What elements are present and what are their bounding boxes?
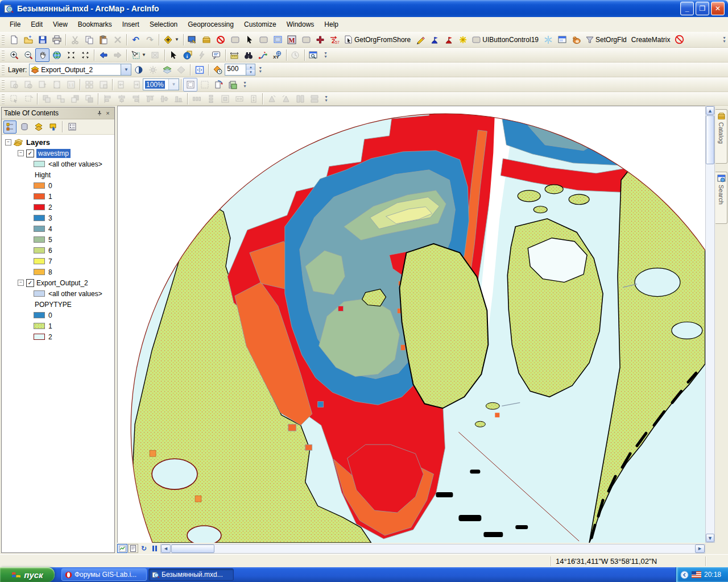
menu-edit[interactable]: Edit	[26, 19, 48, 30]
toc-legend-row[interactable]: 1	[2, 321, 114, 331]
flicker-tool-button[interactable]	[210, 63, 225, 77]
toolbar-grip[interactable]	[2, 35, 5, 45]
toc-legend-row[interactable]: 2	[2, 331, 114, 342]
custom-blank-button-3[interactable]	[299, 33, 313, 47]
pencil-tool-button[interactable]	[413, 33, 427, 47]
legend-swatch[interactable]	[34, 182, 45, 189]
find-route-button[interactable]	[256, 48, 270, 62]
no-entry-button-1[interactable]	[214, 33, 228, 47]
blue-flag-tool-button[interactable]	[427, 33, 441, 47]
map-canvas[interactable]	[118, 106, 705, 543]
tray-collapse-chevron-icon[interactable]	[680, 571, 689, 579]
toc-legend-row[interactable]: 3	[2, 213, 114, 223]
new-document-button[interactable]	[7, 33, 21, 47]
zoom-in-button[interactable]	[7, 48, 21, 62]
toolbar-grip[interactable]	[2, 80, 5, 90]
toolbar-overflow-chevron[interactable]: ▾▾	[322, 93, 330, 105]
add-data-button[interactable]: ▼	[161, 33, 181, 47]
legend-swatch[interactable]	[34, 312, 45, 318]
data-view-button[interactable]	[117, 544, 127, 553]
legend-swatch[interactable]	[34, 204, 45, 210]
fixed-zoom-in-button[interactable]	[64, 48, 78, 62]
scroll-right-button[interactable]: ►	[695, 544, 705, 553]
spinner-up-button[interactable]: ▲	[246, 64, 255, 70]
window-tool-button[interactable]	[555, 33, 569, 47]
toolbar-overflow-chevron[interactable]: ▾▾	[322, 49, 329, 61]
horizontal-scrollbar[interactable]: ◄ ►	[160, 544, 705, 554]
set-org-fld-button[interactable]: SetOrgFld	[584, 33, 629, 47]
go-back-extent-button[interactable]	[96, 48, 110, 62]
scroll-up-button[interactable]: ▲	[706, 106, 714, 115]
all-other-values-swatch[interactable]	[34, 290, 45, 297]
flicker-rate-spinner[interactable]: 500 ▲▼	[225, 64, 255, 76]
legend-swatch[interactable]	[34, 236, 45, 243]
language-flag-icon[interactable]	[692, 571, 701, 578]
modelbuilder-button[interactable]: M	[285, 33, 299, 47]
map-view[interactable]	[117, 106, 705, 543]
data-driven-pages-button[interactable]	[226, 78, 240, 92]
toc-legend-row[interactable]: 6	[2, 245, 114, 256]
cut-button[interactable]	[68, 33, 82, 47]
refresh-view-button[interactable]: ↻	[139, 544, 149, 553]
legend-swatch[interactable]	[34, 193, 45, 199]
open-button[interactable]	[21, 33, 35, 47]
full-extent-button[interactable]	[49, 48, 64, 62]
zoom-out-button[interactable]	[21, 48, 35, 62]
select-elements-button[interactable]	[167, 48, 181, 62]
viewer-window-button[interactable]	[307, 48, 321, 62]
toc-list-by-drawing-order-button[interactable]	[3, 120, 16, 134]
snowflake-tool-button[interactable]	[541, 33, 555, 47]
paste-button[interactable]	[96, 33, 110, 47]
horizontal-scroll-thumb[interactable]	[171, 544, 214, 553]
spinner-down-button[interactable]: ▼	[246, 70, 255, 76]
toc-item-layers[interactable]: − Layers	[2, 137, 114, 148]
hamster-tool-button[interactable]	[569, 33, 584, 47]
red-cross-tool-button[interactable]	[313, 33, 328, 47]
toc-legend-row[interactable]: 1	[2, 191, 114, 202]
toc-legend-row[interactable]: 4	[2, 223, 114, 234]
copy-button[interactable]	[82, 33, 96, 47]
menu-customize[interactable]: Customize	[239, 19, 282, 30]
get-org-from-shore-button[interactable]: GetOrgFromShore	[342, 33, 413, 47]
print-button[interactable]	[49, 33, 64, 47]
brightness-button[interactable]	[146, 63, 160, 77]
layout-view-button[interactable]	[128, 544, 138, 553]
toolbar-overflow-chevron[interactable]: ▾▾	[257, 64, 264, 76]
menu-file[interactable]: File	[5, 19, 26, 30]
select-features-button[interactable]: ▼	[129, 48, 148, 62]
hyperlink-button[interactable]	[195, 48, 209, 62]
layout-zoom-combo[interactable]: 100% ▼	[143, 78, 179, 90]
go-to-xy-button[interactable]: XY	[270, 48, 284, 62]
red-flag-tool-button[interactable]	[441, 33, 456, 47]
wavestmp-label[interactable]: wavestmp	[36, 149, 71, 158]
yellow-star-tool-button[interactable]	[456, 33, 470, 47]
minimize-button[interactable]: _	[680, 2, 694, 15]
custom-framed-button[interactable]	[271, 33, 285, 47]
taskbar-item-gis-lab-forums[interactable]: Форумы GIS-Lab.i...	[61, 568, 147, 581]
catalog-stack-button[interactable]	[200, 33, 214, 47]
toc-list-by-visibility-button[interactable]	[32, 120, 45, 134]
toc-item-wavestmp[interactable]: − ✓ wavestmp	[2, 148, 114, 159]
legend-swatch[interactable]	[34, 247, 45, 253]
toolbar-grip[interactable]	[2, 65, 5, 75]
delete-button[interactable]	[110, 33, 125, 47]
identify-button[interactable]: i	[181, 48, 195, 62]
toc-close-icon[interactable]: ×	[104, 109, 112, 118]
no-entry-button-2[interactable]	[672, 33, 686, 47]
toolbar-grip[interactable]	[2, 94, 5, 104]
toc-options-button[interactable]	[65, 120, 78, 134]
toc-legend-row[interactable]: 0	[2, 180, 114, 191]
menu-view[interactable]: View	[48, 19, 73, 30]
collapse-icon[interactable]: −	[5, 139, 11, 146]
catalog-tab[interactable]: Catalog	[715, 109, 727, 164]
menu-insert[interactable]: Insert	[117, 19, 144, 30]
save-button[interactable]	[35, 33, 49, 47]
toc-legend-row[interactable]: 7	[2, 256, 114, 267]
pause-drawing-button[interactable]	[150, 544, 160, 553]
time-slider-button[interactable]	[288, 48, 303, 62]
restore-button[interactable]: ❐	[696, 2, 709, 15]
vertical-scroll-thumb[interactable]	[706, 115, 714, 164]
measure-button[interactable]	[228, 48, 242, 62]
transparency-button[interactable]	[160, 63, 174, 77]
menu-windows[interactable]: Windows	[282, 19, 320, 30]
